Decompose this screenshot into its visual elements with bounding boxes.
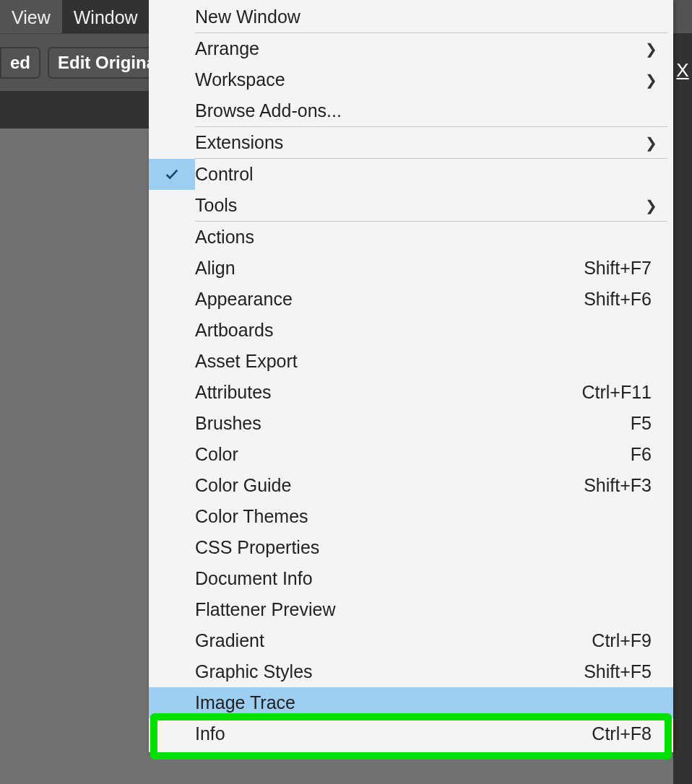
close-icon[interactable]: X: [676, 59, 688, 81]
menu-attributes[interactable]: AttributesCtrl+F11: [149, 377, 673, 408]
menu-appearance[interactable]: AppearanceShift+F6: [149, 284, 673, 315]
menu-graphic-styles[interactable]: Graphic StylesShift+F5: [149, 656, 673, 687]
menu-brushes[interactable]: BrushesF5: [149, 408, 673, 439]
menu-css-properties[interactable]: CSS Properties: [149, 532, 673, 563]
menu-gradient[interactable]: GradientCtrl+F9: [149, 625, 673, 656]
menu-asset-export[interactable]: Asset Export: [149, 346, 673, 377]
submenu-arrow-icon: ❯: [645, 197, 657, 214]
panel-dock[interactable]: X: [673, 33, 692, 784]
menu-actions[interactable]: Actions: [149, 222, 673, 253]
menu-control[interactable]: Control: [149, 159, 673, 190]
submenu-arrow-icon: ❯: [645, 40, 657, 58]
menu-document-info[interactable]: Document Info: [149, 563, 673, 594]
menu-align[interactable]: AlignShift+F7: [149, 253, 673, 284]
check-icon: [149, 159, 195, 190]
menu-new-window[interactable]: New Window: [149, 1, 673, 32]
menu-color[interactable]: ColorF6: [149, 439, 673, 470]
submenu-arrow-icon: ❯: [645, 71, 657, 89]
submenu-arrow-icon: ❯: [645, 134, 657, 152]
menu-info[interactable]: InfoCtrl+F8: [149, 718, 673, 749]
menu-color-guide[interactable]: Color GuideShift+F3: [149, 470, 673, 501]
window-menu-dropdown: New Window Arrange ❯ Workspace ❯ Browse …: [149, 0, 673, 752]
menu-extensions[interactable]: Extensions ❯: [149, 127, 673, 158]
menu-arrange[interactable]: Arrange ❯: [149, 33, 673, 64]
menu-workspace[interactable]: Workspace ❯: [149, 64, 673, 95]
menu-artboards[interactable]: Artboards: [149, 315, 673, 346]
menu-color-themes[interactable]: Color Themes: [149, 501, 673, 532]
menu-browse-addons[interactable]: Browse Add-ons...: [149, 95, 673, 126]
menu-view[interactable]: View: [0, 0, 62, 33]
menu-flattener-preview[interactable]: Flattener Preview: [149, 594, 673, 625]
toolbar-button-partial[interactable]: ed: [0, 47, 40, 79]
menu-window[interactable]: Window: [62, 0, 150, 33]
menu-tools[interactable]: Tools ❯: [149, 190, 673, 221]
menu-image-trace[interactable]: Image Trace: [149, 687, 673, 718]
